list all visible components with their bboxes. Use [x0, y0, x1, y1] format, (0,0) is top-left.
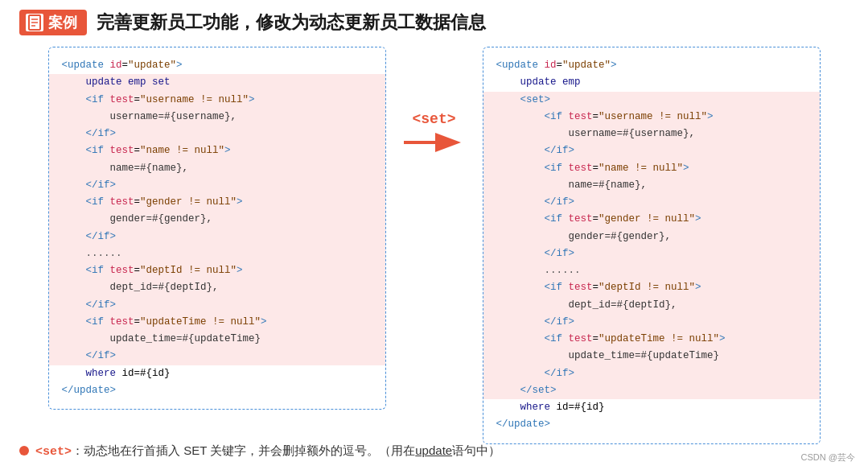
footer-bullet — [19, 446, 29, 456]
code-line: ...... — [483, 262, 820, 279]
left-code-box: <update id="update"> update emp set <if … — [48, 47, 386, 410]
code-line: </if> — [49, 348, 385, 365]
code-line: <update id="update"> — [62, 57, 372, 74]
code-line: update emp — [496, 74, 807, 91]
code-line: </update> — [62, 382, 372, 399]
code-line: where id=#{id} — [62, 365, 372, 382]
code-line: <if test="name != null"> — [49, 142, 385, 159]
footer: <set>：动态地在行首插入 SET 关键字，并会删掉额外的逗号。（用在upda… — [19, 443, 820, 459]
footer-text-suffix: 语句中） — [452, 443, 500, 457]
code-line: </if> — [483, 142, 820, 159]
arrow-label: <set> — [412, 111, 455, 127]
watermark: CSDN @芸今 — [801, 451, 855, 464]
code-line: <if test="username != null"> — [483, 109, 820, 126]
arrow-icon — [402, 130, 467, 155]
main-content: <update id="update"> update emp set <if … — [0, 47, 868, 444]
code-line: </if> — [483, 194, 820, 211]
code-line: </set> — [483, 382, 820, 399]
case-icon — [26, 14, 43, 31]
code-line: </if> — [483, 365, 820, 382]
code-line: </update> — [496, 416, 807, 433]
code-line: update_time=#{updateTime} — [49, 331, 385, 348]
code-line: <set> — [483, 92, 820, 109]
code-line: <if test="updateTime != null"> — [49, 314, 385, 331]
code-line: </if> — [49, 177, 385, 194]
code-line: update_time=#{updateTime} — [483, 348, 820, 365]
page-title: 完善更新员工功能，修改为动态更新员工数据信息 — [97, 10, 486, 35]
case-badge: 案例 — [19, 10, 87, 35]
arrow-area: <set> — [386, 47, 483, 155]
code-line: </if> — [49, 297, 385, 314]
footer-text-part1: ：动态地在行首插入 SET 关键字，并会删掉额外的逗号。（用在 — [72, 443, 415, 457]
code-line: ...... — [49, 245, 385, 262]
code-line: name=#{name}, — [483, 177, 820, 194]
code-line: </if> — [483, 314, 820, 331]
page: 案例 完善更新员工功能，修改为动态更新员工数据信息 <update id="up… — [0, 0, 868, 470]
code-line: gender=#{gender}, — [49, 211, 385, 228]
code-line: <if test="deptId != null"> — [49, 262, 385, 279]
code-line: </if> — [49, 229, 385, 245]
code-line: gender=#{gender}, — [483, 229, 820, 245]
code-line: dept_id=#{deptId}, — [49, 279, 385, 296]
footer-underline-word: update — [415, 443, 452, 457]
header: 案例 完善更新员工功能，修改为动态更新员工数据信息 — [0, 0, 868, 43]
code-line: <if test="updateTime != null"> — [483, 331, 820, 348]
code-line: <if test="gender != null"> — [49, 194, 385, 211]
code-line: </if> — [49, 126, 385, 142]
right-code-box: <update id="update"> update emp <set> <i… — [483, 47, 821, 444]
code-line: </if> — [483, 245, 820, 262]
footer-description: <set>：动态地在行首插入 SET 关键字，并会删掉额外的逗号。（用在upda… — [35, 443, 500, 459]
code-line: <if test="username != null"> — [49, 92, 385, 109]
footer-code-label: <set> — [35, 445, 72, 459]
code-line: <update id="update"> — [496, 57, 807, 74]
badge-label: 案例 — [48, 13, 77, 32]
code-line: dept_id=#{deptId}, — [483, 297, 820, 314]
code-line: <if test="name != null"> — [483, 160, 820, 177]
code-line: username=#{username}, — [49, 109, 385, 126]
code-line: name=#{name}, — [49, 160, 385, 177]
code-line: <if test="gender != null"> — [483, 211, 820, 228]
code-line: where id=#{id} — [496, 399, 807, 416]
code-line: <if test="deptId != null"> — [483, 279, 820, 296]
code-line: username=#{username}, — [483, 126, 820, 142]
code-line: update emp set — [49, 74, 385, 91]
